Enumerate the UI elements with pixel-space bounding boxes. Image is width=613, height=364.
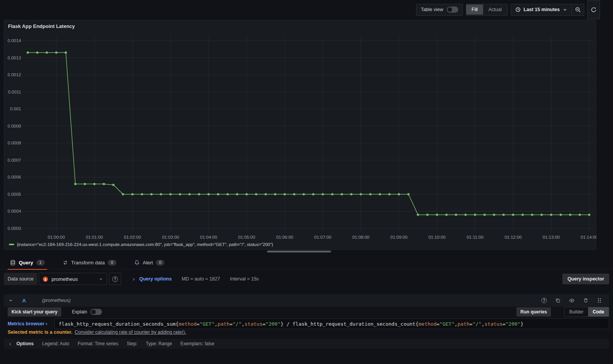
datasource-row: Data source prometheus ? › Query options… bbox=[4, 273, 609, 285]
expr-token: "/" bbox=[472, 321, 481, 327]
datasource-picker[interactable]: prometheus bbox=[39, 273, 107, 285]
time-range-label: Last 15 minutes bbox=[524, 7, 560, 12]
promql-expression-input[interactable]: flask_http_request_duration_seconds_sum{… bbox=[54, 318, 609, 329]
metrics-browser-link[interactable]: Metrics browser › bbox=[4, 321, 54, 326]
drag-handle-icon[interactable] bbox=[597, 298, 602, 303]
expr-token: method bbox=[418, 321, 436, 327]
query-header-actions: ? bbox=[541, 298, 602, 303]
time-range-picker[interactable]: Last 15 minutes bbox=[511, 4, 571, 15]
option-item: Format: Time series bbox=[78, 341, 118, 346]
svg-text:0.0011: 0.0011 bbox=[8, 90, 21, 94]
zoom-out-icon bbox=[575, 7, 581, 13]
zoom-out-button[interactable] bbox=[572, 4, 584, 15]
expr-token: } bbox=[520, 321, 523, 327]
expr-token: "200" bbox=[505, 321, 520, 327]
svg-text:0.0014: 0.0014 bbox=[8, 38, 21, 43]
datasource-help-button[interactable]: ? bbox=[109, 273, 121, 285]
svg-text:0.0012: 0.0012 bbox=[8, 72, 21, 77]
transform-icon bbox=[62, 260, 68, 266]
svg-text:01:14:00: 01:14:00 bbox=[581, 235, 597, 239]
tab-query-badge: 1 bbox=[36, 260, 45, 266]
builder-code-switch: Builder Code bbox=[564, 307, 609, 317]
options-title: Options bbox=[16, 341, 34, 346]
svg-text:0.0008: 0.0008 bbox=[8, 141, 21, 145]
svg-text:01:07:00: 01:07:00 bbox=[314, 235, 331, 239]
svg-text:01:09:00: 01:09:00 bbox=[390, 235, 408, 239]
expr-token: "/" bbox=[233, 321, 241, 327]
expr-token: = bbox=[197, 321, 200, 327]
tab-alert-badge: 0 bbox=[156, 260, 164, 266]
query-options-summary[interactable]: › Options Legend: AutoFormat: Time serie… bbox=[4, 339, 609, 349]
expr-token: / bbox=[284, 321, 292, 327]
query-options-toggle[interactable]: › Query options MD = auto = 1827 Interva… bbox=[133, 276, 259, 282]
expr-token: flask_http_request_duration_seconds_sum bbox=[59, 321, 175, 327]
table-view-label: Table view bbox=[421, 7, 443, 12]
svg-text:01:13:00: 01:13:00 bbox=[543, 235, 560, 239]
tab-query-label: Query bbox=[19, 260, 33, 266]
svg-text:01:03:00: 01:03:00 bbox=[162, 235, 179, 239]
table-view-toggle[interactable] bbox=[447, 7, 458, 13]
expr-token: path bbox=[218, 321, 229, 327]
builder-button[interactable]: Builder bbox=[565, 307, 588, 316]
expr-token: status bbox=[244, 321, 262, 327]
query-inspector-button[interactable]: Query inspector bbox=[562, 274, 609, 284]
expr-token: = bbox=[229, 321, 233, 327]
expr-token: = bbox=[502, 321, 505, 327]
collapse-chevron-icon[interactable] bbox=[8, 298, 13, 303]
svg-text:01:10:00: 01:10:00 bbox=[428, 235, 446, 239]
warning-rate-link[interactable]: Consider calculating rate of counter by … bbox=[75, 330, 186, 335]
trash-icon[interactable] bbox=[583, 298, 588, 303]
svg-text:0.0007: 0.0007 bbox=[8, 158, 21, 162]
tab-transform-data[interactable]: Transform data 0 bbox=[62, 256, 116, 269]
tab-alert-label: Alert bbox=[143, 260, 153, 266]
svg-text:0.0003: 0.0003 bbox=[8, 226, 21, 231]
tab-transform-label: Transform data bbox=[71, 260, 105, 266]
fill-button[interactable]: Fill bbox=[466, 5, 483, 15]
query-row-header[interactable]: A (prometheus) ? bbox=[4, 294, 609, 307]
expr-token: , bbox=[454, 321, 457, 327]
expr-token: , bbox=[215, 321, 218, 327]
expr-token: "200" bbox=[266, 321, 280, 327]
datasource-label: Data source bbox=[4, 273, 37, 285]
explain-toggle[interactable] bbox=[90, 309, 102, 315]
expr-token: "GET" bbox=[439, 321, 454, 327]
query-editor-row: Metrics browser › flask_http_request_dur… bbox=[4, 318, 609, 329]
expr-token: = bbox=[436, 321, 439, 327]
panel-title: Flask App Endpoint Latency bbox=[8, 23, 75, 29]
actual-button[interactable]: Actual bbox=[483, 5, 507, 15]
explain-control: Explain bbox=[72, 309, 102, 315]
timeseries-chart[interactable]: 01:00:0001:01:0001:02:0001:03:0001:04:00… bbox=[4, 20, 597, 250]
horizontal-scrollbar[interactable] bbox=[267, 251, 331, 253]
expr-token: method bbox=[179, 321, 197, 327]
code-button[interactable]: Code bbox=[588, 307, 609, 316]
svg-text:0.0009: 0.0009 bbox=[8, 124, 21, 128]
option-item: Legend: Auto bbox=[42, 341, 69, 346]
expr-token: path bbox=[457, 321, 469, 327]
eye-icon[interactable] bbox=[569, 298, 575, 303]
prometheus-icon bbox=[43, 276, 48, 282]
panel-editor-toolbar: Table view Fill Actual Last 15 minutes bbox=[0, 0, 613, 19]
chevron-right-icon: › bbox=[133, 277, 134, 281]
svg-text:01:04:00: 01:04:00 bbox=[200, 235, 217, 239]
clock-icon bbox=[515, 7, 521, 12]
kick-start-query-button[interactable]: Kick start your query bbox=[8, 307, 61, 316]
refresh-button[interactable] bbox=[587, 0, 600, 19]
help-icon[interactable]: ? bbox=[541, 298, 547, 303]
svg-text:0.0004: 0.0004 bbox=[8, 209, 21, 213]
bell-icon bbox=[134, 260, 140, 266]
legend-label: {instance="ec2-184-169-216-224.us-west-1… bbox=[17, 242, 273, 247]
run-queries-button[interactable]: Run queries bbox=[516, 307, 551, 316]
chevron-right-icon: › bbox=[46, 321, 47, 326]
chevron-right-icon: › bbox=[9, 342, 11, 346]
tab-query[interactable]: Query 1 bbox=[10, 256, 45, 269]
duplicate-icon[interactable] bbox=[555, 298, 561, 303]
tab-alert[interactable]: Alert 0 bbox=[134, 256, 165, 269]
fill-actual-group: Fill Actual bbox=[466, 4, 508, 16]
query-datasource-hint: (prometheus) bbox=[42, 298, 70, 303]
expr-token: , bbox=[482, 321, 485, 327]
chevron-down-icon bbox=[99, 277, 103, 281]
series-legend[interactable]: {instance="ec2-184-169-216-224.us-west-1… bbox=[9, 242, 273, 247]
svg-text:0.001: 0.001 bbox=[10, 107, 21, 111]
expr-token: flask_http_request_duration_seconds_coun… bbox=[293, 321, 416, 327]
explain-label: Explain bbox=[72, 309, 87, 315]
